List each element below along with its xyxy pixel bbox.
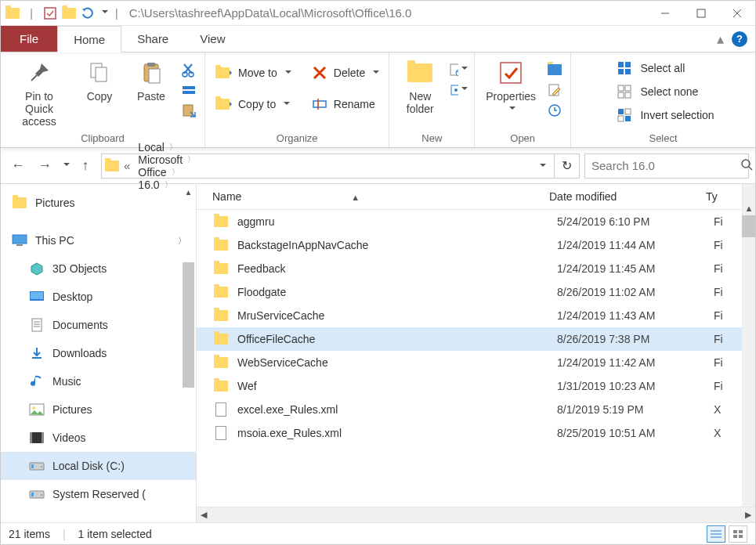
nav-item[interactable]: Pictures: [1, 395, 196, 424]
file-row[interactable]: Floodgate8/26/2019 11:02 AMFi: [197, 280, 755, 304]
open-icon[interactable]: [545, 60, 564, 79]
nav-item[interactable]: Videos: [1, 424, 196, 452]
address-folder-icon: [105, 159, 119, 173]
file-name: Feedback: [237, 262, 557, 275]
minimize-ribbon-icon[interactable]: ▴: [717, 31, 724, 48]
nav-item[interactable]: Local Disk (C:): [1, 452, 196, 480]
qat-divider: |: [112, 7, 121, 20]
properties-qat-icon[interactable]: [43, 6, 57, 20]
invert-selection-button[interactable]: Invert selection: [612, 104, 717, 126]
rename-button[interactable]: Rename: [307, 93, 382, 115]
paste-shortcut-icon[interactable]: [179, 101, 198, 120]
history-icon[interactable]: [545, 101, 564, 120]
nav-item[interactable]: 3D Objects: [1, 254, 196, 283]
up-button[interactable]: ↑: [74, 155, 96, 177]
nav-scrollbar-thumb[interactable]: [183, 262, 194, 388]
new-folder-label: New folder: [400, 90, 439, 115]
file-row[interactable]: excel.exe_Rules.xml8/1/2019 5:19 PMX: [197, 398, 755, 421]
svg-rect-7: [96, 67, 107, 81]
forward-button[interactable]: →: [34, 155, 56, 177]
sort-indicator-icon: ▲: [351, 193, 360, 202]
new-folder-qat-icon[interactable]: [62, 6, 76, 20]
properties-icon: [497, 59, 525, 87]
search-input[interactable]: [591, 159, 740, 172]
file-row[interactable]: Feedback1/24/2019 11:45 AMFi: [197, 257, 755, 280]
nav-item-icon: [27, 316, 46, 334]
svg-rect-48: [32, 319, 42, 331]
search-box[interactable]: [584, 153, 749, 179]
file-row[interactable]: WebServiceCache1/24/2019 11:42 AMFi: [197, 351, 755, 374]
nav-item[interactable]: Pictures: [1, 189, 196, 217]
copy-to-icon: [215, 95, 233, 114]
nav-item[interactable]: Downloads: [1, 339, 196, 367]
properties-button[interactable]: Properties: [481, 57, 541, 117]
nav-item-label: Desktop: [52, 291, 92, 303]
file-date: 1/31/2019 10:23 AM: [557, 380, 714, 392]
column-name[interactable]: Name▲: [212, 190, 549, 203]
copy-button[interactable]: Copy: [76, 57, 123, 104]
file-row[interactable]: OfficeFileCache8/26/2019 7:38 PMFi: [197, 327, 755, 351]
new-item-icon[interactable]: +: [449, 60, 468, 79]
file-date: 1/24/2019 11:45 AM: [557, 262, 714, 275]
refresh-button[interactable]: ↻: [555, 153, 580, 179]
close-button[interactable]: [719, 1, 755, 26]
move-to-button[interactable]: Move to: [212, 62, 295, 84]
list-scrollbar-track[interactable]: [742, 215, 755, 507]
cut-icon[interactable]: [179, 60, 198, 79]
svg-text:+: +: [456, 65, 458, 77]
paste-button[interactable]: Paste: [128, 57, 175, 104]
copy-to-button[interactable]: Copy to: [212, 93, 295, 115]
select-none-button[interactable]: Select none: [612, 81, 717, 103]
nav-item[interactable]: System Reserved (: [1, 480, 196, 508]
minimize-button[interactable]: [647, 1, 683, 26]
column-date[interactable]: Date modified: [549, 190, 706, 203]
nav-item[interactable]: Music: [1, 367, 196, 395]
tab-view[interactable]: View: [184, 26, 241, 52]
details-view-button[interactable]: [707, 525, 725, 543]
breadcrumb-segment[interactable]: Microsoft〉: [135, 153, 198, 166]
list-scroll-up-icon[interactable]: ▲: [742, 184, 755, 215]
svg-rect-10: [149, 69, 160, 83]
address-bar[interactable]: « Local〉Microsoft〉Office〉16.0〉: [101, 153, 555, 179]
tab-share[interactable]: Share: [121, 26, 184, 52]
file-row[interactable]: BackstageInAppNavCache1/24/2019 11:44 AM…: [197, 233, 755, 257]
nav-item[interactable]: Desktop: [1, 283, 196, 311]
file-row[interactable]: Wef1/31/2019 10:23 AMFi: [197, 374, 755, 398]
hscroll-right-icon[interactable]: ▶: [741, 510, 755, 520]
navigation-pane[interactable]: ▲ PicturesThis PC〉3D ObjectsDesktopDocum…: [1, 184, 197, 522]
undo-qat-icon[interactable]: [81, 6, 95, 20]
help-icon[interactable]: ?: [732, 31, 747, 47]
nav-item-label: Local Disk (C:): [52, 460, 125, 472]
copy-path-icon[interactable]: [179, 81, 198, 99]
delete-button[interactable]: Delete: [307, 62, 382, 84]
recent-locations-dropdown[interactable]: [60, 155, 70, 177]
file-row[interactable]: msoia.exe_Rules.xml8/25/2019 10:51 AMX: [197, 421, 755, 445]
list-scrollbar-thumb[interactable]: [742, 215, 755, 237]
thumbnails-view-button[interactable]: [729, 525, 747, 543]
breadcrumb-overflow[interactable]: «: [121, 159, 133, 172]
hscroll-left-icon[interactable]: ◀: [197, 510, 211, 520]
nav-item[interactable]: This PC〉: [1, 226, 196, 254]
maximize-button[interactable]: [683, 1, 719, 26]
qat-customize-dropdown[interactable]: [99, 6, 107, 20]
tab-file[interactable]: File: [1, 26, 57, 52]
easy-access-icon[interactable]: [449, 81, 468, 99]
edit-icon[interactable]: [545, 81, 564, 99]
nav-item-label: Pictures: [35, 197, 75, 209]
back-button[interactable]: ←: [7, 155, 29, 177]
select-all-button[interactable]: Select all: [612, 57, 717, 79]
new-folder-button[interactable]: New folder: [396, 57, 444, 117]
nav-item[interactable]: Documents: [1, 311, 196, 339]
file-row[interactable]: MruServiceCache1/24/2019 11:43 AMFi: [197, 304, 755, 327]
address-dropdown-icon[interactable]: [537, 160, 551, 172]
file-row[interactable]: aggmru5/24/2019 6:10 PMFi: [197, 210, 755, 233]
select-all-label: Select all: [640, 62, 685, 74]
nav-item-icon: [27, 344, 46, 363]
pin-to-quick-access-button[interactable]: Pin to Quick access: [7, 57, 71, 129]
tab-home[interactable]: Home: [57, 26, 121, 52]
breadcrumb-segment[interactable]: Office〉: [135, 166, 198, 179]
breadcrumb-segment[interactable]: Local〉: [135, 141, 198, 153]
window-title-path: C:\Users\tashreef\AppData\Local\Microsof…: [126, 6, 647, 20]
horizontal-scrollbar[interactable]: ◀ ▶: [197, 507, 755, 522]
nav-scroll-up-icon[interactable]: ▲: [183, 186, 194, 198]
